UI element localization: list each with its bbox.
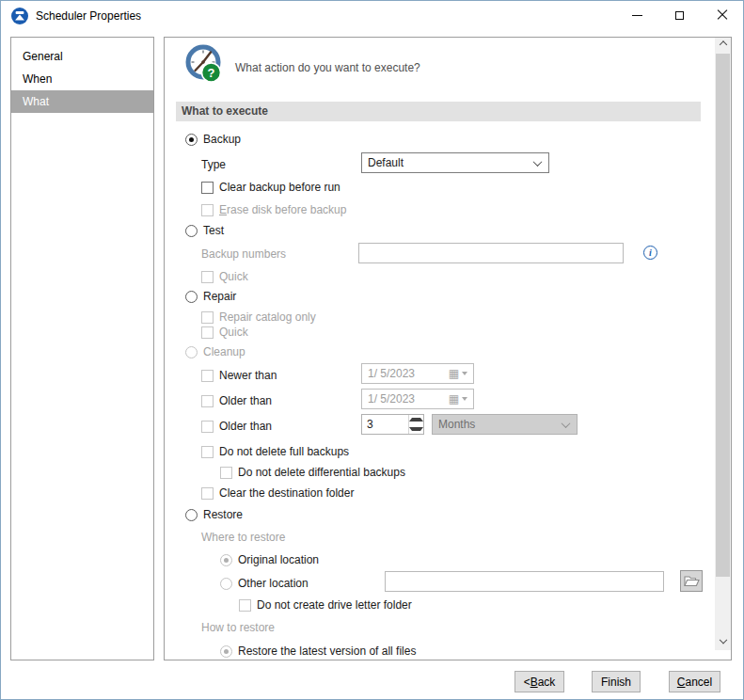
newer-than-checkbox[interactable] [201,370,214,382]
older-count-checkbox[interactable] [201,421,214,433]
type-combobox[interactable]: Default [361,152,549,173]
repair-catalog-row: Repair catalog only [201,310,316,325]
section-header: What to execute [176,102,701,121]
where-to-restore-label: Where to restore [201,531,285,544]
newer-than-row[interactable]: Newer than [201,368,277,383]
clear-backup-checkbox[interactable] [201,182,214,194]
cleanup-radio-label: Cleanup [203,345,245,358]
sidebar-item-general[interactable]: General [11,45,153,68]
backup-radio-row[interactable]: Backup [185,132,241,147]
main-panel: ? What action do you want to execute? Wh… [164,37,732,660]
restore-radio[interactable] [185,509,198,521]
scheduler-properties-dialog: Scheduler Properties General When What ?… [0,0,744,700]
restore-latest-row: Restore the latest version of all files [220,644,416,659]
minimize-button[interactable] [616,1,658,29]
erase-disk-label: Erase disk before backup [219,203,346,216]
original-location-radio[interactable] [220,554,232,566]
no-drive-folder-label[interactable]: Do not create drive letter folder [257,598,412,612]
scroll-down-icon [719,635,726,643]
no-drive-folder-checkbox[interactable] [239,599,251,612]
chevron-down-icon [562,419,571,428]
repair-quick-row: Quick [201,325,248,340]
calendar-dropdown-icon[interactable]: ▦ [449,368,467,379]
scrollbar-thumb[interactable] [716,54,730,577]
vertical-scrollbar[interactable] [715,38,731,650]
other-location-row[interactable]: Other location [220,576,309,591]
newer-than-label[interactable]: Newer than [219,369,277,382]
test-quick-label: Quick [219,270,248,283]
test-radio[interactable] [185,225,198,237]
browse-folder-button[interactable] [680,570,703,592]
keep-full-checkbox[interactable] [201,446,214,458]
clock-question-icon: ? [182,42,227,87]
back-button[interactable]: <Back [514,671,564,692]
test-radio-row[interactable]: Test [185,223,224,238]
older-count-spinner[interactable]: 3 [361,414,424,435]
maximize-button[interactable] [658,1,701,29]
clear-backup-row[interactable]: Clear backup before run [201,180,340,195]
repair-radio-row[interactable]: Repair [185,289,236,304]
original-location-label[interactable]: Original location [238,553,319,566]
scroll-down-button[interactable] [715,634,731,650]
backup-numbers-label: Backup numbers [201,247,286,261]
erase-disk-row: Erase disk before backup [201,202,346,217]
info-icon[interactable]: i [643,246,657,260]
close-icon [717,9,728,21]
repair-quick-checkbox [201,326,214,339]
clear-dest-label[interactable]: Clear the destination folder [219,486,354,500]
type-combobox-value: Default [368,156,404,169]
older-than-label[interactable]: Older than [219,394,272,407]
older-unit-value: Months [438,418,475,431]
cancel-button[interactable]: Cancel [669,671,720,692]
window-title: Scheduler Properties [36,9,141,23]
other-location-radio[interactable] [220,578,232,590]
older-than-row[interactable]: Older than [201,393,272,408]
keep-full-label[interactable]: Do not delete full backups [219,445,349,458]
backup-numbers-input[interactable] [358,243,624,263]
repair-quick-label: Quick [219,326,248,339]
newer-than-datepicker[interactable]: 1/ 5/2023 ▦ [361,363,474,384]
no-drive-folder-row[interactable]: Do not create drive letter folder [239,597,412,612]
original-location-row[interactable]: Original location [220,552,319,567]
maximize-icon [675,11,684,20]
test-quick-checkbox [201,271,214,283]
clear-dest-row[interactable]: Clear the destination folder [201,485,354,501]
clear-backup-label[interactable]: Clear backup before run [219,181,340,194]
sidebar-item-what[interactable]: What [11,90,153,113]
spin-down-icon[interactable] [409,424,423,434]
close-button[interactable] [701,1,743,29]
sidebar: General When What [10,37,154,660]
other-location-label[interactable]: Other location [238,577,309,590]
keep-diff-label[interactable]: Do not delete differential backups [238,466,405,479]
spinner-buttons[interactable] [408,415,423,434]
scroll-up-icon [719,40,726,48]
keep-full-row[interactable]: Do not delete full backups [201,444,349,459]
repair-radio[interactable] [185,291,198,303]
older-count-label[interactable]: Older than [219,420,272,433]
backup-radio[interactable] [185,134,198,146]
repair-radio-label[interactable]: Repair [203,290,236,303]
test-quick-row: Quick [201,269,248,284]
repair-catalog-checkbox [201,311,214,324]
clear-dest-checkbox[interactable] [201,487,214,500]
other-location-input[interactable] [385,571,664,592]
cleanup-radio [185,346,198,358]
test-radio-label[interactable]: Test [203,224,224,237]
older-than-date-value: 1/ 5/2023 [368,392,415,406]
older-than-checkbox[interactable] [201,395,214,407]
calendar-dropdown-icon[interactable]: ▦ [449,393,467,405]
spin-up-icon[interactable] [409,415,423,424]
sidebar-item-when[interactable]: When [11,68,153,90]
scroll-up-button[interactable] [715,38,731,54]
backup-radio-label[interactable]: Backup [203,133,241,146]
header-question: What action do you want to execute? [235,61,420,74]
older-than-datepicker[interactable]: 1/ 5/2023 ▦ [361,389,474,409]
cleanup-radio-row: Cleanup [185,344,245,359]
older-count-row[interactable]: Older than [201,419,272,434]
finish-button[interactable]: Finish [592,671,641,692]
restore-radio-label[interactable]: Restore [203,508,243,521]
restore-radio-row[interactable]: Restore [185,507,243,522]
keep-diff-checkbox[interactable] [220,467,232,479]
repair-catalog-label: Repair catalog only [219,310,316,324]
keep-diff-row[interactable]: Do not delete differential backups [220,465,405,480]
